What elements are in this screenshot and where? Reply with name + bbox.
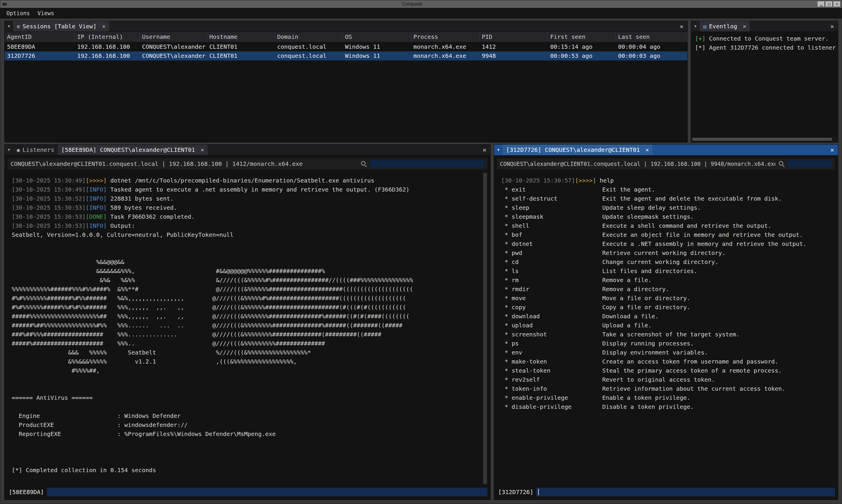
- session-cell: CLIENT01: [207, 42, 275, 51]
- eventlog-panel: ▼ ▤ Eventlog × × [+] Connected to Conque…: [691, 21, 838, 143]
- column-header-username[interactable]: Username: [140, 32, 207, 42]
- column-header-os[interactable]: OS: [343, 32, 411, 42]
- session-cell: 00:00:53 ago: [548, 51, 616, 60]
- app-window: Conquest ▁ □ × Options Views ▼ ≡ Session…: [0, 0, 842, 504]
- session-cell: 9948: [480, 51, 548, 60]
- help-command-line: * steal-tokenSteal the primary access to…: [501, 366, 831, 375]
- command-input[interactable]: [47, 488, 487, 497]
- session-cell: Windows 11: [343, 51, 411, 60]
- help-command-line: * uploadUpload a file.: [501, 321, 831, 330]
- scrollbar-thumb[interactable]: [692, 138, 832, 141]
- collapse-arrow-icon[interactable]: ▼: [5, 148, 13, 152]
- tab-listeners[interactable]: ◉ Listeners: [13, 145, 57, 155]
- minimize-icon[interactable]: ▁: [818, 1, 825, 7]
- scrollbar-thumb[interactable]: [483, 173, 487, 484]
- search-input[interactable]: [370, 160, 484, 168]
- text-cursor: [538, 489, 539, 495]
- help-command-line: * token-infoRetrieve information about t…: [501, 384, 831, 393]
- help-command-line: * bofExecute an object file in memory an…: [501, 230, 831, 239]
- close-panel-icon[interactable]: ×: [826, 146, 838, 154]
- session-cell: 192.168.168.100: [75, 42, 140, 51]
- sessions-table-body: 58EE89DA192.168.168.100CONQUEST\alexande…: [5, 42, 687, 60]
- tab-session-312D7726[interactable]: [312D7726] CONQUEST\alexander@CLIENT01 ×: [502, 145, 653, 155]
- search-input[interactable]: [788, 160, 832, 168]
- column-header-process[interactable]: Process: [411, 32, 480, 42]
- terminal-line: #%%%%##,: [12, 366, 478, 375]
- terminal-line: [30-10-2025 15:30:53][INFO] Output:: [12, 221, 478, 230]
- terminal-line: [12, 249, 478, 257]
- column-header-last-seen[interactable]: Last seen: [616, 32, 687, 42]
- close-panel-icon[interactable]: ×: [479, 146, 490, 154]
- command-input[interactable]: [536, 488, 835, 497]
- window-controls: ▁ □ ×: [817, 1, 841, 7]
- help-command-line: * moveMove a file or directory.: [501, 294, 831, 303]
- collapse-arrow-icon[interactable]: ▼: [5, 24, 13, 28]
- session-row[interactable]: 312D7726192.168.168.100CONQUEST\alexande…: [5, 51, 687, 60]
- terminal-line: [30-10-2025 15:30:49][>>>>] dotnet /mnt/…: [12, 176, 478, 185]
- terminal-line: [12, 402, 478, 411]
- column-header-hostname[interactable]: Hostname: [207, 32, 275, 42]
- collapse-arrow-icon[interactable]: ▼: [494, 148, 502, 152]
- terminal-line: #####%%%%%%%%%%%%%%%%%%%%## %%%,,,,,, ,,…: [12, 312, 478, 321]
- agent-console-panel-58EE89DA: ▼ ◉ Listeners [58EE89DA] CONQUEST\alexan…: [4, 144, 491, 500]
- close-tab-icon[interactable]: ×: [201, 146, 204, 153]
- terminal-line: [*] Completed collection in 0.154 second…: [12, 466, 478, 475]
- help-command-line: * dotnetExecute a .NET assembly in memor…: [501, 239, 831, 249]
- vertical-scrollbar[interactable]: [483, 173, 487, 484]
- search-icon: [778, 161, 785, 167]
- terminal-line: #####%#################### %%%.. @////((…: [12, 339, 478, 348]
- terminal-line: Seatbelt, Version=1.0.0.0, Culture=neutr…: [12, 230, 478, 239]
- eventlog-icon: ▤: [703, 23, 706, 30]
- terminal-line: [30-10-2025 15:30:57][>>>>] help: [501, 176, 831, 185]
- window-icon[interactable]: [2, 2, 7, 6]
- console-output[interactable]: [30-10-2025 15:30:57][>>>>] help* exitEx…: [497, 173, 835, 484]
- tab-eventlog[interactable]: ▤ Eventlog ×: [700, 21, 750, 32]
- terminal-line: [30-10-2025 15:30:53][DONE] Task F366D36…: [12, 212, 478, 221]
- window-title: Conquest: [7, 1, 817, 7]
- terminal-line: [12, 457, 478, 466]
- session-cell: conquest.local: [275, 42, 343, 51]
- terminal-line: [30-10-2025 15:30:52][INFO] 228831 bytes…: [12, 194, 478, 203]
- help-command-line: * psDisplay running processes.: [501, 339, 831, 348]
- close-tab-icon[interactable]: ×: [646, 146, 649, 153]
- window-titlebar[interactable]: Conquest ▁ □ ×: [0, 0, 842, 8]
- session-cell: 1412: [480, 42, 548, 51]
- session-cell: 00:00:03 ago: [616, 51, 687, 60]
- help-command-line: * sleepUpdate sleep delay settings.: [501, 203, 831, 212]
- column-header-agentid[interactable]: AgentID: [5, 32, 75, 42]
- column-header-pid[interactable]: PID: [480, 32, 548, 42]
- horizontal-scrollbar[interactable]: [692, 137, 837, 141]
- close-panel-icon[interactable]: ×: [826, 23, 838, 30]
- sessions-panel-bar: ▼ ≡ Sessions [Table View] × ×: [5, 21, 687, 32]
- terminal-line: [12, 438, 478, 448]
- column-header-ip[interactable]: IP (Internal): [75, 32, 140, 42]
- console-output[interactable]: [30-10-2025 15:30:49][>>>>] dotnet /mnt/…: [7, 173, 482, 484]
- table-view-icon: ≡: [17, 23, 20, 30]
- prompt-label: [312D7726]: [497, 488, 533, 496]
- collapse-arrow-icon[interactable]: ▼: [691, 24, 700, 28]
- column-header-domain[interactable]: Domain: [275, 32, 343, 42]
- sessions-panel: ▼ ≡ Sessions [Table View] × × AgentID IP…: [4, 21, 688, 143]
- console-panel-bar: ▼ [312D7726] CONQUEST\alexander@CLIENT01…: [494, 145, 838, 155]
- maximize-icon[interactable]: □: [826, 1, 832, 7]
- menu-views[interactable]: Views: [34, 9, 58, 17]
- help-command-line: * self-destructExit the agent and delete…: [501, 194, 831, 203]
- session-cell: Windows 11: [343, 42, 411, 51]
- help-command-line: * cdChange current working directory.: [501, 257, 831, 267]
- terminal-line: ###%##%%%################# %%%..........…: [12, 330, 478, 339]
- tab-session-58EE89DA[interactable]: [58EE89DA] CONQUEST\alexander@CLIENT01 ×: [57, 145, 208, 155]
- console-panel-bar: ▼ ◉ Listeners [58EE89DA] CONQUEST\alexan…: [5, 145, 490, 155]
- help-command-line: * shellExecute a shell command and retri…: [501, 221, 831, 230]
- close-icon[interactable]: ×: [834, 1, 841, 7]
- prompt-label: [58EE89DA]: [7, 488, 44, 496]
- tab-sessions-table-view[interactable]: ≡ Sessions [Table View] ×: [13, 21, 109, 32]
- session-row[interactable]: 58EE89DA192.168.168.100CONQUEST\alexande…: [5, 42, 687, 51]
- column-header-first-seen[interactable]: First seen: [548, 32, 616, 42]
- eventlog-content[interactable]: [+] Connected to Conquest team server.[*…: [691, 32, 838, 137]
- help-command-line: * make-tokenCreate an access token from …: [501, 357, 831, 366]
- help-command-line: * sleepmaskUpdate sleepmask settings.: [501, 212, 831, 221]
- menu-options[interactable]: Options: [3, 9, 34, 17]
- close-panel-icon[interactable]: ×: [676, 23, 687, 30]
- close-tab-icon[interactable]: ×: [102, 23, 105, 30]
- close-tab-icon[interactable]: ×: [743, 23, 746, 30]
